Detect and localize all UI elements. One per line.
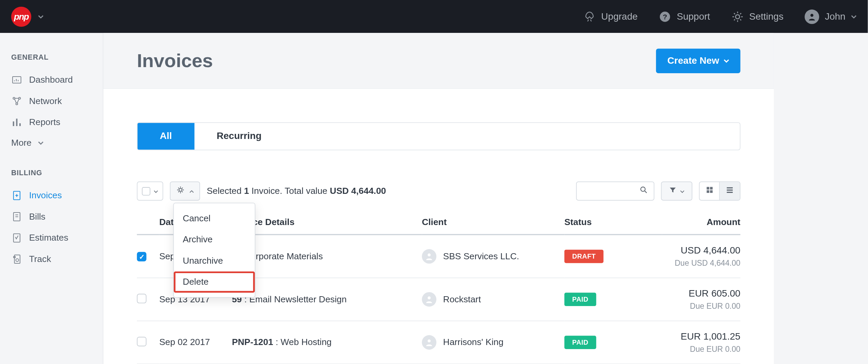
chevron-down-icon xyxy=(38,138,44,148)
nav-user-menu[interactable]: John xyxy=(805,9,856,24)
chevron-down-icon xyxy=(851,11,856,22)
bulk-actions-button[interactable] xyxy=(170,182,200,201)
sidebar-item-label: More xyxy=(11,138,32,148)
cell-details: 6 : Corporate Materials xyxy=(232,235,422,278)
bulk-actions-menu: Cancel Archive Unarchive Delete xyxy=(173,203,255,298)
bills-icon xyxy=(11,211,22,222)
view-list-button[interactable] xyxy=(720,182,740,200)
chevron-down-icon xyxy=(724,55,729,66)
menu-item-archive[interactable]: Archive xyxy=(174,229,255,250)
view-toggle xyxy=(699,182,741,201)
status-badge: PAID xyxy=(564,336,596,349)
sidebar-item-more[interactable]: More xyxy=(11,133,96,153)
table-row[interactable]: Sep 02 2017PNP-1201 : Web HostingHarriso… xyxy=(137,321,741,364)
network-icon xyxy=(11,96,22,107)
view-grid-button[interactable] xyxy=(699,182,719,200)
sidebar-item-label: Reports xyxy=(29,117,60,127)
filter-button[interactable] xyxy=(661,182,692,201)
cell-date: Sep 02 2017 xyxy=(159,321,232,364)
client-avatar-icon xyxy=(422,292,436,307)
selection-summary: Selected 1 Invoice. Total value USD 4,64… xyxy=(207,186,386,196)
grid-icon xyxy=(705,185,714,197)
sidebar-item-dashboard[interactable]: Dashboard xyxy=(11,69,96,90)
sidebar-item-track[interactable]: Track xyxy=(11,248,96,270)
cell-amount: EUR 605.00Due EUR 0.00 xyxy=(662,278,741,321)
track-icon xyxy=(11,254,22,265)
cell-status: PAID xyxy=(564,278,662,321)
sidebar-item-label: Dashboard xyxy=(29,75,73,85)
svg-point-24 xyxy=(428,297,431,300)
svg-point-25 xyxy=(428,339,431,342)
menu-item-unarchive[interactable]: Unarchive xyxy=(174,250,255,271)
gear-icon xyxy=(176,185,185,197)
sidebar: GENERAL Dashboard Network Reports More B… xyxy=(0,33,103,364)
search-icon xyxy=(639,185,648,197)
svg-point-23 xyxy=(428,254,431,257)
svg-rect-4 xyxy=(13,77,21,83)
user-avatar-icon xyxy=(805,9,819,24)
sidebar-item-bills[interactable]: Bills xyxy=(11,206,96,227)
svg-rect-18 xyxy=(706,190,709,193)
menu-item-cancel[interactable]: Cancel xyxy=(174,208,255,229)
svg-point-2 xyxy=(735,15,739,19)
caret-up-icon xyxy=(190,186,194,196)
gear-icon xyxy=(731,10,744,22)
filter-icon xyxy=(669,186,677,196)
svg-point-7 xyxy=(16,103,18,105)
nav-user-label: John xyxy=(825,11,846,22)
cell-amount: USD 4,644.00Due USD 4,644.00 xyxy=(662,235,741,278)
cell-details: PNP-1201 : Web Hosting xyxy=(232,321,422,364)
page-header: Invoices Create New xyxy=(103,33,774,89)
nav-upgrade-label: Upgrade xyxy=(601,11,637,22)
nav-upgrade[interactable]: Upgrade xyxy=(583,10,637,22)
row-checkbox[interactable] xyxy=(137,252,146,262)
svg-rect-20 xyxy=(727,187,733,188)
nav-settings-label: Settings xyxy=(749,11,783,22)
sidebar-item-reports[interactable]: Reports xyxy=(11,112,96,133)
th-client[interactable]: Client xyxy=(422,217,564,235)
svg-point-13 xyxy=(16,259,19,261)
svg-rect-19 xyxy=(710,190,712,193)
top-nav: pnp Upgrade ? Support Settings John xyxy=(0,0,868,33)
estimates-icon xyxy=(11,232,22,244)
sidebar-item-label: Network xyxy=(29,96,62,106)
client-avatar-icon xyxy=(422,249,436,264)
sidebar-item-invoices[interactable]: Invoices xyxy=(11,185,96,206)
th-amount[interactable]: Amount xyxy=(662,217,741,235)
table-toolbar: Cancel Archive Unarchive Delete Selected… xyxy=(137,182,741,201)
menu-item-delete[interactable]: Delete xyxy=(174,271,255,293)
invoice-icon xyxy=(11,190,22,201)
sidebar-item-label: Bills xyxy=(29,212,45,222)
tab-bar: All Recurring xyxy=(137,122,741,150)
nav-support[interactable]: ? Support xyxy=(659,10,710,22)
row-checkbox[interactable] xyxy=(137,294,146,303)
row-checkbox[interactable] xyxy=(137,337,146,346)
select-all-dropdown[interactable] xyxy=(137,182,163,201)
create-new-label: Create New xyxy=(667,55,719,66)
client-avatar-icon xyxy=(422,335,436,350)
checkbox-icon xyxy=(142,187,151,195)
th-status[interactable]: Status xyxy=(564,217,662,235)
sidebar-item-label: Estimates xyxy=(29,233,68,243)
chevron-down-icon xyxy=(38,12,43,22)
svg-rect-22 xyxy=(727,192,733,193)
th-details[interactable]: Invoice Details xyxy=(232,217,422,235)
tab-all[interactable]: All xyxy=(137,123,194,150)
svg-point-14 xyxy=(179,188,182,191)
brand-switcher[interactable]: pnp xyxy=(11,6,44,26)
search-input[interactable] xyxy=(576,182,654,201)
tab-recurring[interactable]: Recurring xyxy=(194,123,284,150)
rocket-icon xyxy=(583,10,595,22)
sidebar-heading-billing: BILLING xyxy=(11,169,96,177)
svg-rect-16 xyxy=(706,187,709,190)
create-new-button[interactable]: Create New xyxy=(656,48,740,73)
nav-settings[interactable]: Settings xyxy=(731,10,784,22)
cell-client: SBS Services LLC. xyxy=(422,235,564,278)
cell-client: Harrisons' King xyxy=(422,321,564,364)
dashboard-icon xyxy=(11,74,22,85)
page-title: Invoices xyxy=(137,50,656,72)
question-icon: ? xyxy=(659,10,671,22)
sidebar-item-network[interactable]: Network xyxy=(11,90,96,112)
caret-down-icon xyxy=(154,186,158,196)
sidebar-item-estimates[interactable]: Estimates xyxy=(11,227,96,249)
